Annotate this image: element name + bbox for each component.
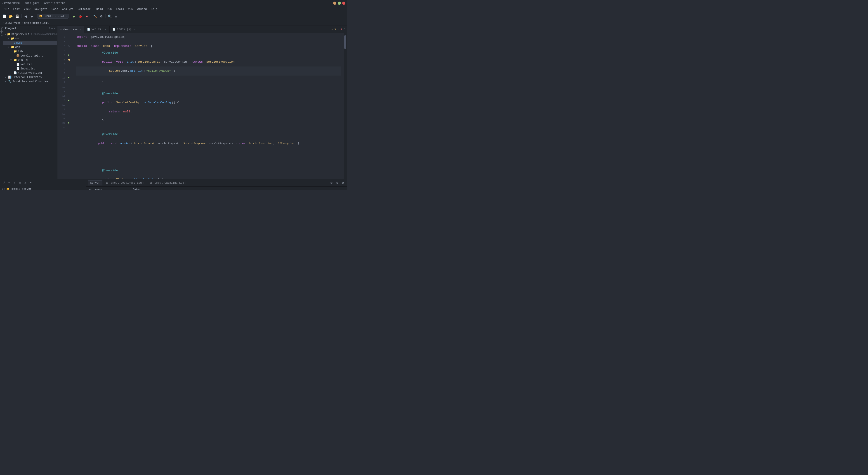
- breadcrumb-demo[interactable]: demo: [32, 22, 39, 25]
- label-scratches: Scratches and Consoles: [12, 80, 48, 83]
- project-tab[interactable]: Project: [0, 27, 3, 36]
- tab-index-jsp[interactable]: 📄 index.jsp ✕: [110, 26, 138, 33]
- tab-close-webxml[interactable]: ✕: [104, 27, 107, 31]
- server-tab-close-catalina[interactable]: ✕: [185, 182, 186, 184]
- tree-item-extlibs[interactable]: ▶ 📊 External Libraries: [3, 75, 57, 80]
- breadcrumb-src[interactable]: src: [24, 22, 29, 25]
- project-tree: ▼ 📁 httpServlet D:\Code\JavaWebDemo\http…: [3, 31, 57, 179]
- svc-refresh-btn[interactable]: ↺: [1, 180, 6, 185]
- menu-refactor[interactable]: Refactor: [76, 7, 92, 11]
- menu-navigate[interactable]: Navigate: [33, 7, 49, 11]
- editor-area: ☕ demo.java ✕ 📄 web.xml ✕ 📄 index.jsp ✕ …: [57, 26, 347, 179]
- line-numbers: 2 3 4 5 6 7 8 9 10 11 12 13 14 15 16 17 …: [57, 33, 68, 179]
- import-kw: import: [76, 35, 87, 39]
- tomcat-dropdown[interactable]: 🐱 TOMCAT 9.0.44 ▾: [37, 14, 68, 19]
- tree-item-lib[interactable]: ▼ 📁 lib: [3, 49, 57, 54]
- tree-item-demo[interactable]: ☕ demo: [3, 41, 57, 45]
- tree-item-webinf[interactable]: ▼ 📁 WEB-INF: [3, 58, 57, 62]
- label-demo: demo: [16, 41, 23, 44]
- menu-window[interactable]: Window: [135, 7, 149, 11]
- build-project-button[interactable]: 🔨: [92, 13, 98, 19]
- bottom-panel: ↺ ≡ ↕ ⊞ ⊿ + ▼ ▼ 🐱 Tomcat Server ▼ ▶: [0, 179, 347, 190]
- breadcrumb-init[interactable]: init: [42, 22, 49, 25]
- svc-sort-btn[interactable]: ↕: [12, 180, 17, 185]
- menu-edit[interactable]: Edit: [11, 7, 22, 11]
- linenum-21: 21: [58, 121, 67, 125]
- gutter-10: [68, 71, 74, 76]
- svc-collapse-btn[interactable]: ≡: [7, 180, 11, 185]
- maximize-button[interactable]: [338, 2, 341, 5]
- run-button[interactable]: ▶: [71, 13, 77, 19]
- tree-item-httpservlet[interactable]: ▼ 📁 httpServlet D:\Code\JavaWebDemo\http…: [3, 32, 57, 36]
- run-icon-16[interactable]: ▶: [68, 98, 70, 103]
- project-dropdown-arrow[interactable]: ▾: [17, 27, 19, 30]
- tab-close-demo[interactable]: ✕: [79, 28, 81, 31]
- tab-web-xml[interactable]: 📄 web.xml ✕: [84, 26, 110, 33]
- svc-filter-btn[interactable]: ⊿: [23, 180, 28, 185]
- open-button[interactable]: 📂: [8, 13, 13, 19]
- run-icon-11[interactable]: ▶: [68, 76, 70, 80]
- svc-group-btn[interactable]: ⊞: [18, 180, 22, 185]
- editor-scrollbar[interactable]: [344, 33, 347, 179]
- tree-item-httpservletiml[interactable]: 📄 httpServlet.iml: [3, 71, 57, 75]
- breadcrumb-sep2: ›: [30, 22, 31, 25]
- menu-help[interactable]: Help: [149, 7, 159, 11]
- settings-panel-icon[interactable]: ⚙: [51, 27, 53, 30]
- server-tab-close-localhost[interactable]: ✕: [143, 182, 144, 184]
- run-icon-21[interactable]: ▶: [68, 121, 70, 125]
- back-button[interactable]: ◀: [23, 13, 28, 19]
- structure-button[interactable]: ☰: [114, 13, 119, 19]
- server-tab-server[interactable]: Server: [88, 180, 102, 185]
- menu-file[interactable]: File: [1, 7, 11, 11]
- code-line-20: @Override: [76, 166, 341, 175]
- close-button[interactable]: [342, 2, 345, 5]
- menu-tools[interactable]: Tools: [114, 7, 126, 11]
- server-tab-localhost-log[interactable]: 🖥 Tomcat Localhost Log ✕: [103, 180, 146, 185]
- minimize-button[interactable]: [333, 2, 336, 5]
- code-content[interactable]: import java.io.IOException; public class…: [74, 33, 344, 179]
- menu-view[interactable]: View: [22, 7, 32, 11]
- tree-item-web[interactable]: ▼ 📁 web: [3, 45, 57, 49]
- tree-item-indexjsp[interactable]: 📄 index.jsp: [3, 66, 57, 71]
- tab-demo-java[interactable]: ☕ demo.java ✕: [57, 26, 84, 33]
- stop-button[interactable]: ■: [84, 13, 90, 19]
- server-close-btn[interactable]: ✕: [341, 181, 345, 185]
- menu-vcs[interactable]: VCS: [126, 7, 135, 11]
- server-tab-catalina-log[interactable]: 🖥 Tomcat Catalina Log ✕: [147, 180, 188, 185]
- collapse-editor-icon[interactable]: ⌃: [344, 28, 345, 31]
- tree-item-webxml[interactable]: 📄 web.xml: [3, 62, 57, 66]
- server-config-btn[interactable]: ⚙: [335, 181, 340, 185]
- path-httpservlet: D:\Code\JavaWebDemo\httpServlet: [31, 33, 57, 35]
- warning-count: ⚠ 3: [331, 28, 336, 31]
- svc-item-tomcat-server[interactable]: ▼ ▼ 🐱 Tomcat Server: [0, 187, 86, 190]
- code-line-17: [76, 148, 341, 152]
- save-button[interactable]: 💾: [14, 13, 20, 19]
- server-settings-btn[interactable]: ⚙: [329, 181, 334, 185]
- svc-add-btn[interactable]: +: [29, 180, 33, 185]
- new-file-button[interactable]: 📄: [2, 13, 7, 19]
- code-line-5: @Override: [76, 49, 341, 57]
- tree-item-src[interactable]: ▼ 📁 src: [3, 36, 57, 41]
- debug-button[interactable]: 🐞: [78, 13, 83, 19]
- collapse-all-icon[interactable]: ≡: [49, 27, 50, 30]
- search-button[interactable]: 🔍: [107, 13, 113, 19]
- tab-close-indexjsp[interactable]: ✕: [133, 27, 135, 31]
- window-title: JavaWebDemo – demo.java – Administrator: [2, 2, 65, 5]
- menu-build[interactable]: Build: [93, 7, 105, 11]
- arrow-httpservlet: ▼: [5, 33, 6, 35]
- run-icon-6[interactable]: ▶: [68, 53, 70, 57]
- main-layout: Project Project ▾ ≡ ⚙ ✕ ▼ 📁 httpServlet …: [0, 26, 347, 179]
- menu-analyze[interactable]: Analyze: [60, 7, 75, 11]
- linenum-20: 20: [58, 116, 67, 121]
- forward-button[interactable]: ▶: [29, 13, 35, 19]
- breadcrumb-httpservlet[interactable]: httpServlet: [3, 22, 21, 25]
- menu-code[interactable]: Code: [50, 7, 60, 11]
- linenum-18: 18: [58, 107, 67, 112]
- menu-run[interactable]: Run: [105, 7, 114, 11]
- tree-item-servlet-api[interactable]: 📦 servlet-api.jar: [3, 54, 57, 58]
- tree-item-scratches[interactable]: ▶ 🔧 Scratches and Consoles: [3, 80, 57, 84]
- settings-button[interactable]: ⚙: [99, 13, 104, 19]
- arrow-lib: ▼: [10, 51, 13, 53]
- close-panel-icon[interactable]: ✕: [54, 27, 55, 30]
- services-tree: ▼ ▼ 🐱 Tomcat Server ▼ ▶ Running ▼ ✓ Tomc…: [0, 186, 86, 190]
